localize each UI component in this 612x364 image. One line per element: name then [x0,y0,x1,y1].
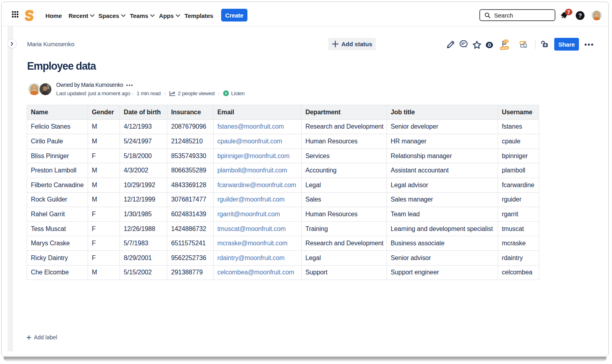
svg-text:7: 7 [567,10,570,15]
svg-text:?: ? [579,12,582,19]
